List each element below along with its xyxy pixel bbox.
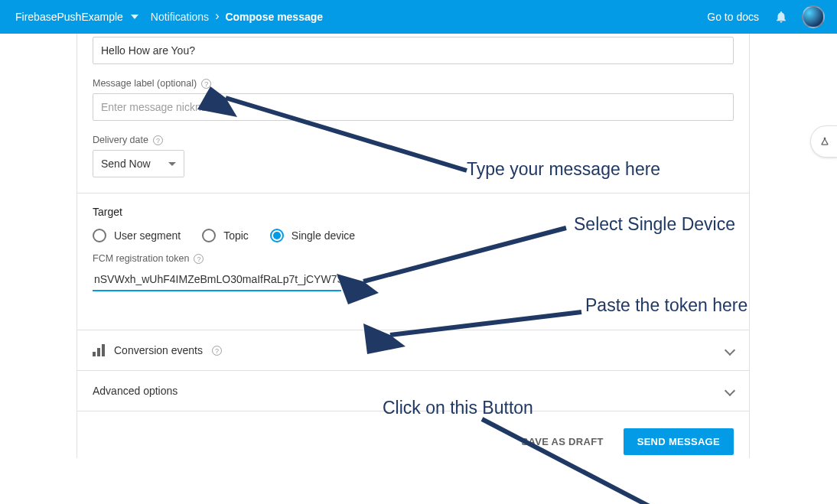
message-text-input[interactable]: [93, 37, 734, 64]
delivery-date-select[interactable]: Send Now: [93, 150, 184, 177]
delivery-date-caption: Delivery date ?: [93, 135, 734, 145]
radio-user-segment[interactable]: User segment: [93, 229, 181, 242]
advanced-options-label: Advanced options: [93, 385, 177, 397]
chevron-down-icon[interactable]: [131, 15, 138, 19]
chevron-down-icon: [725, 345, 735, 356]
help-icon[interactable]: ?: [194, 254, 204, 264]
breadcrumb-notifications[interactable]: Notifications: [151, 11, 209, 23]
breadcrumb-compose: Compose message: [225, 11, 323, 23]
delivery-date-text: Delivery date: [93, 135, 148, 145]
compose-card: Message label (optional) ? Delivery date…: [77, 34, 750, 458]
radio-topic[interactable]: Topic: [202, 229, 249, 242]
radio-single-device[interactable]: Single device: [270, 229, 355, 242]
bell-icon[interactable]: [774, 10, 788, 24]
radio-label: Single device: [291, 229, 355, 242]
target-radio-group: User segment Topic Single device: [93, 229, 734, 242]
help-icon[interactable]: ?: [212, 346, 222, 356]
bar-chart-icon: [93, 344, 105, 356]
chevron-right-icon: ›: [215, 9, 219, 23]
page-body: Message label (optional) ? Delivery date…: [0, 34, 837, 504]
chevron-down-icon: [725, 385, 735, 396]
radio-icon: [270, 229, 284, 242]
conversion-events-row[interactable]: Conversion events ?: [77, 330, 749, 371]
chevron-down-icon: [168, 162, 176, 166]
radio-label: User segment: [114, 229, 181, 242]
send-message-button[interactable]: SEND MESSAGE: [624, 428, 734, 455]
token-label: FCM registration token: [93, 253, 189, 264]
token-caption: FCM registration token ?: [93, 253, 734, 264]
radio-icon: [93, 229, 106, 242]
message-label-text: Message label (optional): [93, 78, 197, 89]
save-draft-button[interactable]: SAVE AS DRAFT: [521, 436, 603, 447]
help-icon[interactable]: ?: [153, 135, 163, 145]
advanced-options-row[interactable]: Advanced options: [77, 371, 749, 411]
fcm-token-input[interactable]: [93, 268, 341, 291]
flask-icon: [819, 135, 830, 148]
message-section: Message label (optional) ? Delivery date…: [77, 34, 749, 193]
project-selector[interactable]: FirebasePushExample: [15, 11, 123, 23]
message-label-input[interactable]: [93, 93, 734, 121]
top-bar: FirebasePushExample Notifications › Comp…: [0, 0, 837, 34]
go-to-docs-link[interactable]: Go to docs: [707, 11, 759, 23]
experiment-fab[interactable]: [810, 125, 837, 158]
target-section: Target User segment Topic Single device …: [77, 193, 749, 330]
delivery-date-value: Send Now: [101, 158, 151, 170]
target-title: Target: [93, 206, 734, 218]
radio-label: Topic: [223, 229, 249, 242]
avatar[interactable]: [802, 5, 825, 28]
conversion-events-label: Conversion events: [114, 344, 203, 356]
card-footer: SAVE AS DRAFT SEND MESSAGE: [77, 411, 749, 458]
help-icon[interactable]: ?: [201, 79, 211, 89]
radio-icon: [202, 229, 216, 242]
message-label-caption: Message label (optional) ?: [93, 78, 734, 89]
